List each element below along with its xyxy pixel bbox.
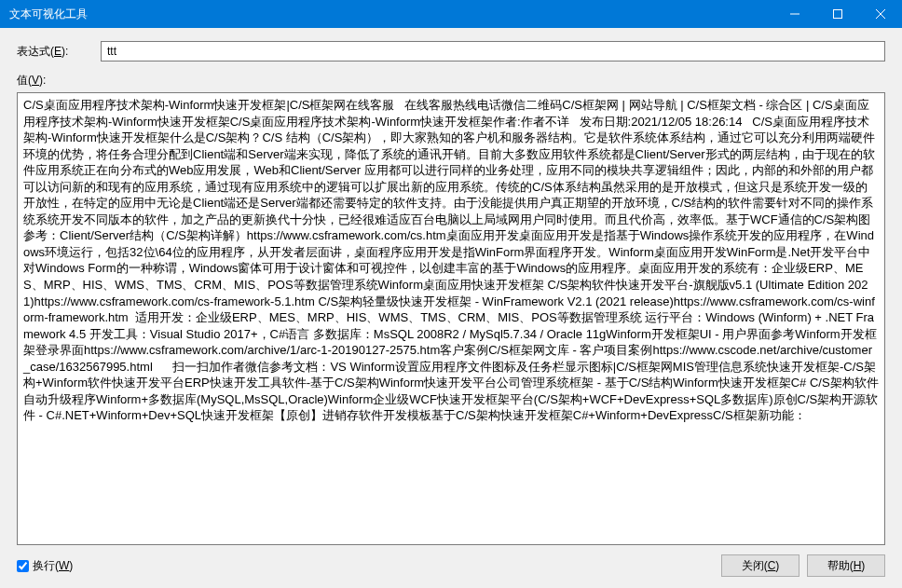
window-controls bbox=[773, 0, 902, 28]
expression-row: 表达式(E): bbox=[17, 41, 885, 62]
wrap-label: 换行(W) bbox=[33, 558, 73, 574]
help-button[interactable]: 帮助(H) bbox=[807, 554, 885, 577]
footer: 换行(W) 关闭(C) 帮助(H) bbox=[17, 553, 885, 579]
content-area: 表达式(E): 值(V): C/S桌面应用程序技术架构-Winform快速开发框… bbox=[0, 28, 902, 588]
close-window-button[interactable] bbox=[859, 0, 902, 28]
window: 文本可视化工具 表达式(E): 值(V): C/S桌面应用程序技术架构-Winf… bbox=[0, 0, 902, 588]
maximize-button[interactable] bbox=[816, 0, 859, 28]
expression-label: 表达式(E): bbox=[17, 44, 101, 60]
svg-rect-1 bbox=[834, 10, 842, 19]
expression-input[interactable] bbox=[101, 41, 885, 62]
value-label: 值(V): bbox=[17, 73, 885, 89]
wrap-checkbox[interactable] bbox=[17, 560, 29, 572]
wrap-checkbox-wrap[interactable]: 换行(W) bbox=[17, 558, 73, 574]
value-textarea[interactable]: C/S桌面应用程序技术架构-Winform快速开发框架|C/S框架网在线客服 在… bbox=[17, 92, 885, 545]
minimize-button[interactable] bbox=[773, 0, 816, 28]
window-title: 文本可视化工具 bbox=[9, 7, 773, 22]
close-button[interactable]: 关闭(C) bbox=[721, 554, 800, 577]
titlebar: 文本可视化工具 bbox=[0, 0, 902, 28]
